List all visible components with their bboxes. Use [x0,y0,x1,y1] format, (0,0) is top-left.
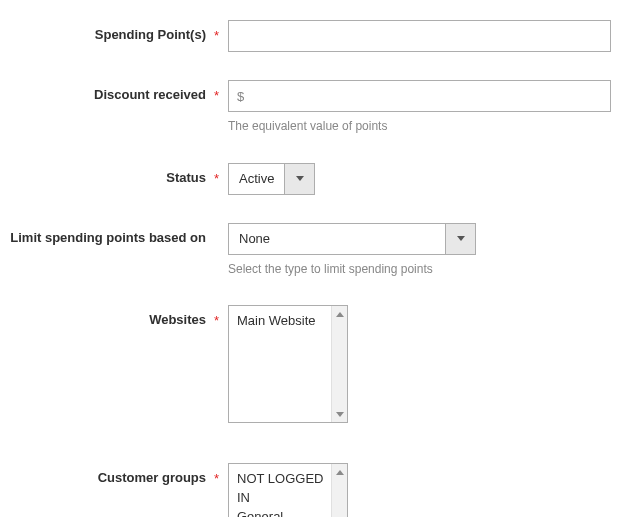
list-item[interactable]: Main Website [237,312,329,331]
chevron-up-icon [336,312,344,317]
status-select[interactable]: Active [228,163,315,195]
required-marker: * [214,171,219,188]
customer-groups-listbox[interactable]: NOT LOGGED IN General Wholesale Retailer [228,463,348,517]
field-limit-basis: Limit spending points based on None Sele… [10,223,621,278]
scroll-up-button[interactable] [332,464,347,480]
label-text: Limit spending points based on [10,230,206,245]
field-websites: Websites * Main Website [10,305,621,423]
websites-listbox[interactable]: Main Website [228,305,348,423]
label-text: Spending Point(s) [95,27,206,42]
label-status: Status * [10,163,228,187]
limit-basis-select[interactable]: None [228,223,476,255]
required-marker: * [214,471,219,488]
field-customer-groups: Customer groups * NOT LOGGED IN General … [10,463,621,517]
help-discount-received: The equivalent value of points [228,119,611,135]
input-wrap: Active [228,163,315,195]
input-wrap: None Select the type to limit spending p… [228,223,476,278]
label-discount-received: Discount received * [10,80,228,104]
scroll-down-button[interactable] [332,406,347,422]
input-wrap [228,20,611,52]
list-item[interactable]: NOT LOGGED IN [237,470,329,508]
chevron-up-icon [336,470,344,475]
label-text: Discount received [94,87,206,102]
chevron-down-icon [336,412,344,417]
input-wrap: Main Website [228,305,348,423]
help-limit-basis: Select the type to limit spending points [228,262,476,278]
input-wrap: The equivalent value of points [228,80,611,135]
status-selected-value: Active [229,164,284,194]
scrollbar[interactable] [331,306,347,422]
label-text: Websites [149,312,206,327]
field-spending-points: Spending Point(s) * [10,20,621,52]
label-spending-points: Spending Point(s) * [10,20,228,44]
required-marker: * [214,28,219,45]
label-customer-groups: Customer groups * [10,463,228,487]
input-wrap: NOT LOGGED IN General Wholesale Retailer [228,463,348,517]
required-marker: * [214,313,219,330]
field-discount-received: Discount received * The equivalent value… [10,80,621,135]
limit-basis-selected-value: None [229,224,445,254]
label-websites: Websites * [10,305,228,329]
label-text: Status [166,170,206,185]
discount-received-input[interactable] [228,80,611,112]
label-limit-basis: Limit spending points based on [10,223,228,247]
chevron-down-icon [457,236,465,241]
list-item[interactable]: General [237,508,329,517]
scrollbar[interactable] [331,464,347,517]
status-dropdown-button[interactable] [284,164,314,194]
required-marker: * [214,88,219,105]
limit-basis-dropdown-button[interactable] [445,224,475,254]
scroll-up-button[interactable] [332,306,347,322]
chevron-down-icon [296,176,304,181]
field-status: Status * Active [10,163,621,195]
spending-points-input[interactable] [228,20,611,52]
label-text: Customer groups [98,470,206,485]
